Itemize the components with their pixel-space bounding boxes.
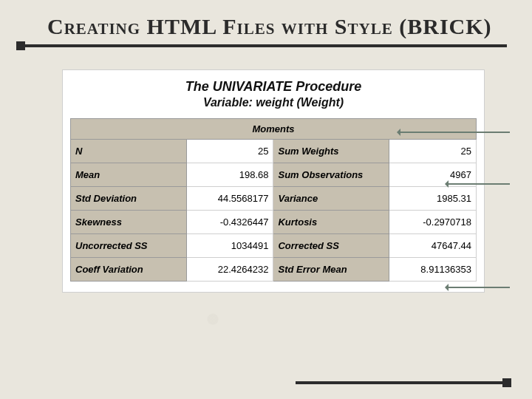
arrow-icon: [399, 132, 510, 133]
stat-value: 44.5568177: [186, 187, 273, 211]
table-row: Mean198.68Sum Observations4967: [71, 163, 477, 187]
output-panel: The UNIVARIATE Procedure Variable: weigh…: [62, 69, 485, 293]
stat-label: N: [71, 140, 187, 163]
stat-value: 8.91136353: [389, 258, 477, 282]
stat-label: Kurtosis: [273, 211, 389, 234]
table-row: Coeff Variation22.4264232Std Error Mean8…: [71, 258, 477, 282]
title-rule: [18, 44, 507, 47]
stat-label: Mean: [71, 163, 187, 187]
stat-label: Corrected SS: [273, 234, 389, 258]
stat-value: 198.68: [186, 163, 273, 187]
stat-value: 25: [389, 140, 477, 163]
stat-value: 22.4264232: [186, 258, 273, 282]
moments-table: Moments N25Sum Weights25Mean198.68Sum Ob…: [70, 118, 477, 282]
stat-label: Variance: [273, 187, 389, 211]
variable-line: Variable: weight (Weight): [70, 96, 477, 109]
table-row: Uncorrected SS1034491Corrected SS47647.4…: [71, 234, 477, 258]
slide-title: Creating HTML Files with Style (BRICK): [47, 13, 507, 40]
stat-value: 1985.31: [389, 187, 477, 211]
table-row: Std Deviation44.5568177Variance1985.31: [71, 187, 477, 211]
stat-label: Sum Observations: [273, 163, 389, 187]
rule-cap: [16, 41, 25, 50]
stat-label: Uncorrected SS: [71, 234, 187, 258]
stat-value: 25: [186, 140, 273, 163]
arrow-icon: [447, 287, 510, 288]
footer-rule: [296, 381, 510, 384]
stat-label: Skewness: [71, 211, 187, 234]
stat-value: -0.4326447: [186, 211, 273, 234]
stat-value: 47647.44: [389, 234, 477, 258]
table-caption: Moments: [71, 119, 477, 140]
stat-label: Coeff Variation: [71, 258, 187, 282]
arrow-icon: [447, 183, 510, 185]
stat-label: Std Deviation: [71, 187, 187, 211]
table-row: Skewness-0.4326447Kurtosis-0.2970718: [71, 211, 477, 234]
stat-label: Std Error Mean: [273, 258, 389, 282]
stat-label: Sum Weights: [273, 140, 389, 163]
table-row: N25Sum Weights25: [71, 140, 477, 163]
rule-cap: [502, 378, 511, 387]
stat-value: -0.2970718: [389, 211, 477, 234]
stat-value: 1034491: [186, 234, 273, 258]
proc-title: The UNIVARIATE Procedure: [70, 79, 477, 95]
